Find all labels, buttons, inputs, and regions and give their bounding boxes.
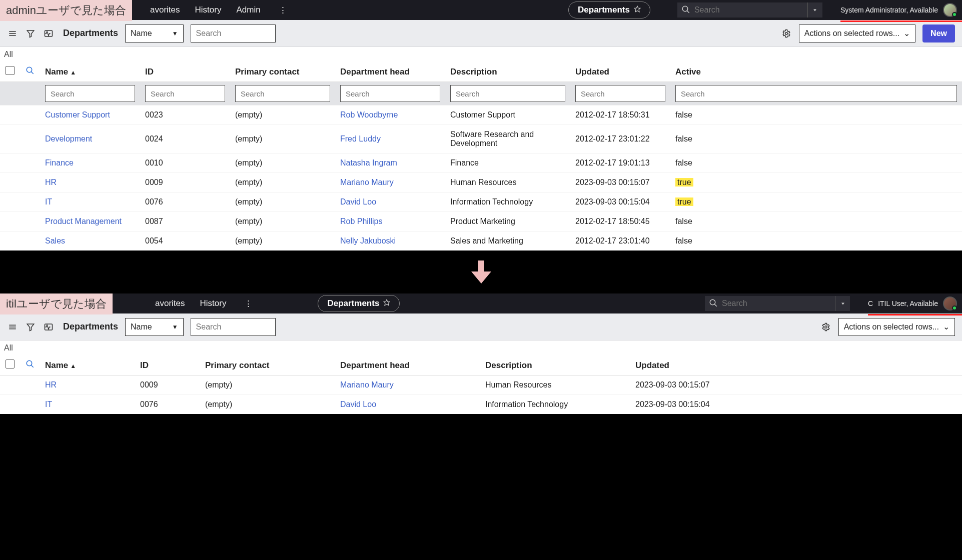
activity-icon[interactable] [43, 28, 54, 39]
search-active[interactable] [675, 85, 957, 102]
breadcrumb-all[interactable]: All [0, 47, 962, 62]
search-dropdown-toggle[interactable] [835, 296, 850, 311]
col-primary-contact[interactable]: Primary contact [230, 62, 335, 82]
search-icon[interactable] [26, 68, 35, 77]
keyword-input[interactable] [191, 24, 276, 42]
nav-favorites[interactable]: avorites [150, 5, 180, 16]
cell-id: 0087 [145, 217, 163, 226]
filter-icon[interactable] [25, 28, 36, 39]
more-icon[interactable]: ⋮ [276, 5, 290, 16]
cell-dept-head[interactable]: Rob Woodbyrne [340, 110, 398, 119]
cell-name[interactable]: HR [45, 380, 57, 389]
cell-dept-head[interactable]: Rob Phillips [340, 217, 382, 226]
user-menu[interactable]: System Administrator, Available [840, 3, 957, 17]
cell-dept-head[interactable]: Natasha Ingram [340, 158, 397, 167]
table-row[interactable]: Finance 0010 (empty) Natasha Ingram Fina… [0, 154, 962, 173]
table-row[interactable]: Product Management 0087 (empty) Rob Phil… [0, 212, 962, 232]
table-row[interactable]: Sales 0054 (empty) Nelly Jakuboski Sales… [0, 232, 962, 251]
context-pill[interactable]: Departments [568, 2, 650, 18]
table-row[interactable]: Customer Support 0023 (empty) Rob Woodby… [0, 106, 962, 125]
search-icon[interactable] [26, 361, 35, 370]
actions-select[interactable]: Actions on selected rows... ⌄ [838, 318, 955, 336]
cell-updated: 2012-02-17 23:01:40 [575, 236, 650, 245]
search-updated[interactable] [575, 85, 665, 102]
cell-name[interactable]: Development [45, 134, 92, 143]
avatar[interactable] [943, 296, 957, 310]
col-dept-head[interactable]: Department head [335, 356, 480, 376]
global-search[interactable] [677, 2, 807, 18]
table-row[interactable]: IT 0076 (empty) David Loo Information Te… [0, 192, 962, 212]
col-id[interactable]: ID [140, 62, 230, 82]
list-toolbar: Departments Name ▼ Actions on selected r… [0, 314, 962, 340]
field-select[interactable]: Name ▼ [125, 24, 184, 42]
filter-icon[interactable] [25, 322, 36, 332]
table-row[interactable]: Development 0024 (empty) Fred Luddy Soft… [0, 125, 962, 154]
col-description[interactable]: Description [480, 356, 630, 376]
col-primary-contact[interactable]: Primary contact [200, 356, 335, 376]
cell-id: 0023 [145, 110, 163, 119]
avatar[interactable] [943, 3, 957, 17]
nav-history[interactable]: History [195, 5, 222, 16]
global-search-input[interactable] [722, 299, 835, 308]
nav-favorites[interactable]: avorites [155, 298, 185, 309]
search-id[interactable] [145, 85, 225, 102]
col-dept-head[interactable]: Department head [335, 62, 445, 82]
red-underline [840, 20, 962, 22]
cell-dept-head[interactable]: David Loo [340, 198, 376, 206]
col-active[interactable]: Active [670, 62, 962, 82]
new-button[interactable]: New [922, 24, 955, 42]
search-dropdown-toggle[interactable] [807, 2, 822, 18]
activity-icon[interactable] [43, 322, 54, 332]
field-select[interactable]: Name ▼ [125, 318, 184, 336]
cell-dept-head[interactable]: Fred Luddy [340, 134, 381, 143]
cell-updated: 2023-09-03 00:15:04 [635, 400, 710, 408]
cell-id: 0024 [145, 134, 163, 143]
table-row[interactable]: HR 0009 (empty) Mariano Maury Human Reso… [0, 173, 962, 192]
star-icon[interactable] [634, 5, 641, 15]
gear-icon[interactable] [820, 322, 831, 332]
star-icon[interactable] [383, 298, 390, 308]
col-updated[interactable]: Updated [630, 356, 962, 376]
cell-dept-head[interactable]: Mariano Maury [340, 380, 394, 389]
col-name[interactable]: Name▲ [40, 356, 135, 376]
search-name[interactable] [45, 85, 135, 102]
search-dept-head[interactable] [340, 85, 440, 102]
search-primary-contact[interactable] [235, 85, 330, 102]
cell-name[interactable]: Sales [45, 236, 65, 245]
chevron-down-icon: ▼ [172, 324, 178, 330]
cell-name[interactable]: Finance [45, 158, 74, 167]
select-all-checkbox[interactable] [6, 66, 15, 75]
cell-dept-head[interactable]: David Loo [340, 400, 376, 408]
svg-point-10 [27, 67, 32, 72]
keyword-input[interactable] [191, 318, 276, 336]
col-name[interactable]: Name▲ [40, 62, 140, 82]
col-id[interactable]: ID [135, 356, 200, 376]
col-name-label: Name [45, 360, 68, 370]
table-row[interactable]: IT 0076 (empty) David Loo Information Te… [0, 395, 962, 414]
gear-icon[interactable] [781, 28, 792, 39]
col-updated[interactable]: Updated [570, 62, 670, 82]
menu-icon[interactable] [7, 28, 18, 39]
nav-admin[interactable]: Admin [236, 5, 260, 16]
cell-name[interactable]: Customer Support [45, 110, 110, 119]
col-description[interactable]: Description [445, 62, 570, 82]
cell-name[interactable]: Product Management [45, 217, 122, 226]
nav-history[interactable]: History [200, 298, 227, 309]
cell-name[interactable]: IT [45, 198, 52, 206]
actions-select[interactable]: Actions on selected rows... ⌄ [799, 24, 915, 42]
user-menu[interactable]: C ITIL User, Available [868, 296, 957, 310]
cell-dept-head[interactable]: Mariano Maury [340, 178, 394, 186]
context-pill[interactable]: Departments [318, 295, 400, 312]
breadcrumb-all[interactable]: All [0, 340, 962, 356]
cell-name[interactable]: HR [45, 178, 57, 186]
global-search[interactable] [705, 296, 835, 311]
menu-icon[interactable] [7, 322, 18, 332]
more-icon[interactable]: ⋮ [241, 298, 256, 309]
svg-marker-0 [634, 6, 640, 12]
cell-dept-head[interactable]: Nelly Jakuboski [340, 236, 396, 245]
search-description[interactable] [450, 85, 565, 102]
cell-name[interactable]: IT [45, 400, 52, 408]
table-row[interactable]: HR 0009 (empty) Mariano Maury Human Reso… [0, 376, 962, 395]
select-all-checkbox[interactable] [6, 360, 15, 368]
global-search-input[interactable] [694, 6, 807, 14]
